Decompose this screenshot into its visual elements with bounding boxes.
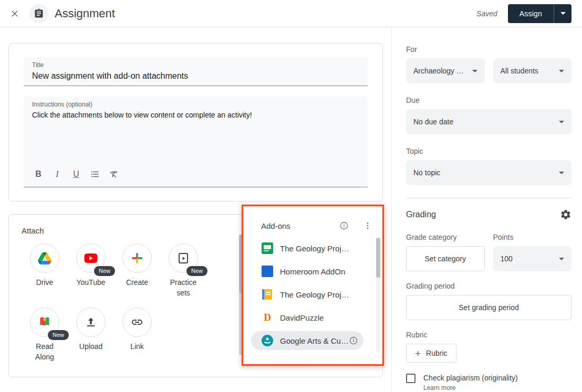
attach-link-button[interactable]: Link xyxy=(114,308,160,352)
read-along-icon xyxy=(38,315,51,329)
addons-header: Add-ons xyxy=(261,218,372,234)
topic-group: Topic No topic xyxy=(406,147,571,185)
chevron-down-icon xyxy=(559,258,564,260)
underline-button[interactable]: U xyxy=(67,166,86,183)
plus-icon: + xyxy=(415,348,421,358)
attach-youtube-button[interactable]: New YouTube xyxy=(68,243,114,288)
rubric-button-label: Rubric xyxy=(426,349,447,357)
plagiarism-label: Check plagiarism (originality) xyxy=(423,373,518,383)
chevron-down-icon xyxy=(472,70,477,72)
grading-settings-button[interactable] xyxy=(560,209,571,220)
addons-scrollbar[interactable] xyxy=(376,238,380,352)
attach-label: Practice sets xyxy=(164,277,202,298)
assignment-details-card: Title New assignment with add-on attachm… xyxy=(8,43,383,202)
bold-button[interactable]: B xyxy=(29,166,48,183)
sidebar-divider xyxy=(406,198,571,198)
instructions-input[interactable]: Instructions (optional) Click the attach… xyxy=(24,97,368,187)
due-label: Due xyxy=(406,96,571,104)
learn-more-link[interactable]: Learn more xyxy=(423,384,518,391)
info-icon xyxy=(349,336,358,345)
grading-header: Grading xyxy=(406,209,571,220)
gear-icon xyxy=(560,209,571,220)
attach-label: YouTube xyxy=(76,277,105,288)
assignment-type-icon xyxy=(29,4,48,23)
assign-button[interactable]: Assign xyxy=(508,4,554,23)
attach-read-along-button[interactable]: New Read Along xyxy=(22,308,68,362)
set-category-button[interactable]: Set category xyxy=(406,246,485,271)
add-rubric-button[interactable]: + Rubric xyxy=(406,344,456,363)
grading-period-label: Grading period xyxy=(406,282,571,290)
addon-item-geology-1[interactable]: The Geology Proj… xyxy=(243,237,382,260)
addon-item-arts-culture[interactable]: Google Arts & Cu… xyxy=(251,331,363,350)
points-value: 100 xyxy=(501,255,513,263)
bulleted-list-icon xyxy=(90,169,100,179)
attach-create-button[interactable]: Create xyxy=(114,243,160,288)
instructions-empty-space[interactable] xyxy=(32,120,359,164)
save-status: Saved xyxy=(476,9,497,18)
points-select[interactable]: 100 xyxy=(493,246,572,271)
grade-category-label: Grade category xyxy=(406,233,485,241)
addons-info-button[interactable] xyxy=(339,221,349,230)
link-icon xyxy=(131,316,143,329)
geology-addon-icon xyxy=(262,242,273,254)
addon-label: The Geology Proj… xyxy=(280,290,349,299)
assign-dropdown-button[interactable] xyxy=(554,4,571,23)
instructions-input-value: Click the attachments below to view cont… xyxy=(32,110,359,120)
topic-select[interactable]: No topic xyxy=(406,160,571,185)
grading-title: Grading xyxy=(406,210,436,219)
upload-icon xyxy=(85,316,97,329)
drive-icon xyxy=(38,252,51,264)
attach-label: Link xyxy=(130,341,144,352)
due-group: Due No due date xyxy=(406,96,571,134)
addon-item-homeroom[interactable]: Homeroom AddOn xyxy=(243,260,382,283)
title-input[interactable]: Title New assignment with add-on attachm… xyxy=(24,57,368,86)
scrollbar-thumb[interactable] xyxy=(376,238,380,278)
attach-upload-button[interactable]: Upload xyxy=(68,308,114,352)
set-grading-period-button[interactable]: Set grading period xyxy=(406,295,571,320)
homeroom-addon-icon xyxy=(262,266,273,277)
class-select[interactable]: Archaeology … xyxy=(406,58,485,83)
attach-drive-button[interactable]: Drive xyxy=(22,243,68,288)
addon-label: DavidPuzzle xyxy=(280,313,324,322)
for-label: For xyxy=(406,45,571,54)
topbar: Assignment Saved Assign xyxy=(0,0,582,27)
addon-label: The Geology Proj… xyxy=(280,244,349,253)
plagiarism-checkbox[interactable] xyxy=(406,374,415,383)
addon-item-geology-2[interactable]: The Geology Proj… xyxy=(243,283,382,306)
arts-culture-icon xyxy=(262,335,273,346)
addon-info-button[interactable] xyxy=(349,336,358,345)
clear-formatting-button[interactable] xyxy=(105,166,123,183)
addons-title: Add-ons xyxy=(261,221,339,230)
for-group: For Archaeology … All students xyxy=(406,45,571,83)
addons-more-options-button[interactable] xyxy=(363,221,372,230)
chevron-down-icon xyxy=(559,172,564,174)
page-title: Assignment xyxy=(55,7,115,20)
topbar-actions: Saved Assign xyxy=(476,4,571,23)
due-date-select[interactable]: No due date xyxy=(406,109,571,134)
students-select[interactable]: All students xyxy=(493,58,572,83)
due-date-value: No due date xyxy=(413,118,453,126)
title-input-value: New assignment with add-on attachments xyxy=(32,71,359,81)
attach-label: Upload xyxy=(79,341,102,352)
rubric-group: Rubric + Rubric xyxy=(406,331,571,363)
chevron-down-icon xyxy=(559,121,564,123)
practice-sets-icon xyxy=(177,252,190,264)
italic-button[interactable]: I xyxy=(48,166,67,183)
topic-value: No topic xyxy=(413,168,440,177)
main-form-area: Title New assignment with add-on attachm… xyxy=(0,27,391,392)
instructions-input-label: Instructions (optional) xyxy=(32,101,359,109)
youtube-icon xyxy=(83,250,99,266)
bulleted-list-button[interactable] xyxy=(86,166,105,183)
close-icon xyxy=(11,9,19,18)
close-button[interactable] xyxy=(8,7,21,20)
class-select-value: Archaeology … xyxy=(413,67,464,75)
assign-split-button: Assign xyxy=(508,4,571,23)
new-badge: New xyxy=(186,266,207,276)
chevron-down-icon xyxy=(560,12,566,15)
attach-label: Read Along xyxy=(26,341,64,362)
chevron-down-icon xyxy=(559,70,564,72)
assignment-page: Assignment Saved Assign Title New assign… xyxy=(0,0,582,392)
attach-label: Create xyxy=(126,277,148,288)
addon-item-davidpuzzle[interactable]: D DavidPuzzle xyxy=(243,306,382,329)
attach-practice-sets-button[interactable]: New Practice sets xyxy=(160,243,206,298)
